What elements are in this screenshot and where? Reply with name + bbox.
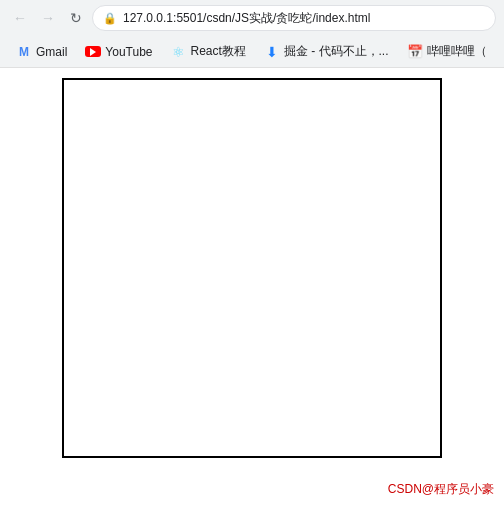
back-button[interactable]: ← — [8, 6, 32, 30]
address-bar[interactable]: 🔒 127.0.0.1:5501/csdn/JS实战/贪吃蛇/index.htm… — [92, 5, 496, 31]
back-icon: ← — [13, 10, 27, 26]
game-canvas — [62, 78, 442, 458]
forward-icon: → — [41, 10, 55, 26]
watermark: CSDN@程序员小豪 — [388, 481, 494, 498]
youtube-icon — [85, 44, 101, 60]
bookmarks-bar: M Gmail YouTube ⚛ React教程 ⬇ 掘金 - 代码不止，..… — [0, 36, 504, 68]
forward-button[interactable]: → — [36, 6, 60, 30]
bookmark-gmail-label: Gmail — [36, 45, 67, 59]
bookmark-react-label: React教程 — [191, 43, 246, 60]
bookmark-youtube-label: YouTube — [105, 45, 152, 59]
bookmark-bilibili[interactable]: 📅 哔哩哔哩（ — [399, 39, 495, 64]
juejin-icon: ⬇ — [264, 44, 280, 60]
refresh-button[interactable]: ↻ — [64, 6, 88, 30]
gmail-icon: M — [16, 44, 32, 60]
url-text: 127.0.0.1:5501/csdn/JS实战/贪吃蛇/index.html — [123, 10, 370, 27]
nav-bar: ← → ↻ 🔒 127.0.0.1:5501/csdn/JS实战/贪吃蛇/ind… — [0, 0, 504, 36]
react-icon: ⚛ — [171, 44, 187, 60]
bookmark-bilibili-label: 哔哩哔哩（ — [427, 43, 487, 60]
refresh-icon: ↻ — [70, 10, 82, 26]
bookmark-youtube[interactable]: YouTube — [77, 40, 160, 64]
bookmark-juejin[interactable]: ⬇ 掘金 - 代码不止，... — [256, 39, 397, 64]
security-icon: 🔒 — [103, 12, 117, 25]
browser-chrome: ← → ↻ 🔒 127.0.0.1:5501/csdn/JS实战/贪吃蛇/ind… — [0, 0, 504, 68]
bookmark-react[interactable]: ⚛ React教程 — [163, 39, 254, 64]
bilibili-icon: 📅 — [407, 44, 423, 60]
bookmark-gmail[interactable]: M Gmail — [8, 40, 75, 64]
page-content: CSDN@程序员小豪 — [0, 68, 504, 506]
bookmark-juejin-label: 掘金 - 代码不止，... — [284, 43, 389, 60]
